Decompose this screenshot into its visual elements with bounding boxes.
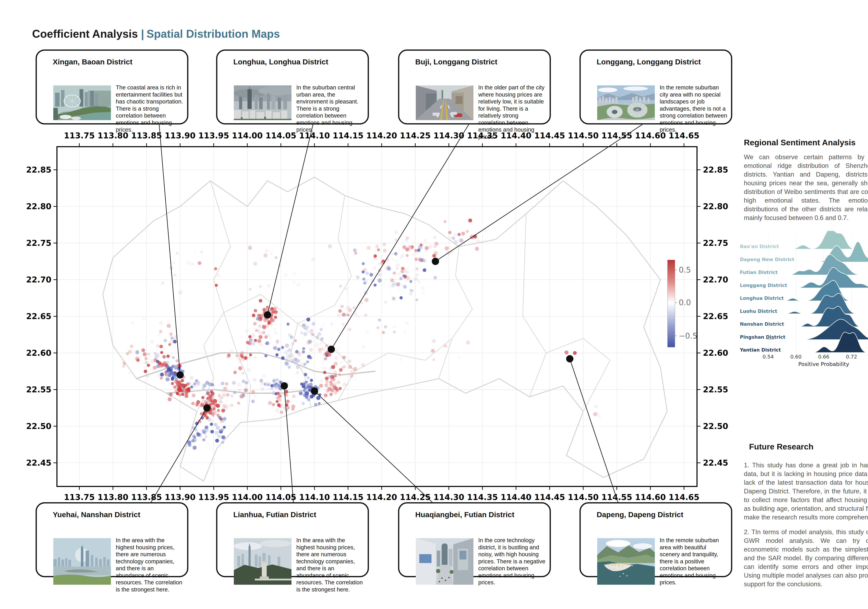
scatter-point (276, 392, 280, 395)
scatter-point (343, 383, 347, 387)
callout-text: In the remote suburban area with beautif… (660, 537, 727, 586)
y-tick-left: 22.70 (26, 275, 51, 284)
scatter-point (281, 346, 284, 349)
coefficient-scatter (122, 218, 601, 450)
scatter-point (311, 258, 315, 262)
scatter-point (161, 281, 164, 285)
scatter-point (247, 387, 251, 392)
scatter-point (338, 375, 342, 378)
scatter-point (210, 423, 213, 426)
svg-text:0.66: 0.66 (818, 354, 829, 360)
scatter-point (353, 249, 357, 252)
scatter-point (171, 377, 174, 380)
scatter-point (273, 346, 277, 350)
scatter-point (172, 356, 175, 359)
scatter-point (264, 335, 268, 339)
scatter-point (365, 330, 369, 334)
scatter-point (285, 394, 288, 397)
scatter-point (303, 332, 307, 336)
scatter-point (362, 262, 365, 265)
scatter-point (374, 254, 377, 258)
scatter-point (287, 323, 290, 326)
x-tick-bottom: 114.10 (299, 493, 330, 502)
scatter-point (364, 279, 368, 283)
ridge-label: Dapeng New District (740, 257, 794, 262)
scatter-point (338, 309, 342, 313)
scatter-point (439, 345, 443, 349)
scatter-point (389, 277, 392, 280)
scatter-point (231, 400, 234, 403)
scatter-point (259, 342, 263, 346)
y-tick-left: 22.60 (26, 348, 51, 358)
scatter-point (276, 378, 279, 381)
scatter-point (316, 336, 319, 339)
scatter-point (369, 349, 373, 352)
x-tick-bottom: 114.30 (434, 493, 464, 502)
scatter-point (377, 248, 380, 251)
scatter-point (341, 323, 345, 326)
scatter-point (300, 332, 303, 334)
scatter-point (178, 291, 182, 294)
svg-text:0.72: 0.72 (846, 354, 857, 360)
scatter-point (423, 259, 426, 263)
scatter-point (330, 381, 332, 383)
future-heading: Future Research (749, 442, 814, 451)
callout-title: Longgang, Longgang District (597, 57, 701, 66)
callout-title: Lianhua, Futian District (233, 510, 316, 519)
scatter-point (285, 361, 289, 366)
scatter-point (191, 402, 195, 405)
scatter-point (152, 365, 155, 368)
x-tick-bottom: 114.65 (668, 493, 699, 502)
callout-title: Yuehai, Nanshan District (53, 510, 140, 519)
scatter-point (262, 308, 266, 312)
scatter-point (330, 323, 333, 326)
scatter-point (317, 332, 321, 336)
y-tick-right: 22.80 (703, 202, 728, 211)
scatter-point (411, 289, 414, 292)
scatter-point (166, 320, 170, 324)
scatter-point (272, 378, 275, 381)
scatter-point (217, 394, 221, 397)
scatter-point (139, 355, 142, 358)
scatter-point (170, 340, 174, 344)
scatter-point (270, 252, 273, 255)
scatter-point (175, 360, 178, 362)
ridge-xlabel: Positive Probability (798, 361, 849, 367)
scatter-point (240, 365, 244, 369)
scatter-point (405, 322, 409, 325)
scatter-point (343, 365, 346, 368)
scatter-point (434, 276, 437, 279)
scatter-point (307, 377, 310, 379)
scatter-point (393, 271, 396, 275)
scatter-point (339, 285, 342, 288)
scatter-point (302, 347, 305, 350)
scatter-point (131, 322, 134, 325)
scatter-point (417, 249, 420, 252)
svg-text:0.60: 0.60 (790, 354, 802, 360)
scatter-point (195, 403, 199, 406)
scatter-point (388, 290, 391, 293)
scatter-point (259, 285, 262, 288)
scatter-point (258, 324, 262, 328)
map-marker-huaqiangbei (311, 387, 318, 395)
scatter-point (306, 318, 310, 321)
scatter-point (260, 333, 262, 336)
scatter-point (333, 382, 336, 386)
scatter-point (431, 349, 435, 353)
scatter-point (354, 312, 358, 316)
scatter-point (290, 335, 293, 339)
scatter-point (347, 294, 349, 296)
scatter-point (188, 382, 191, 385)
scatter-point (122, 365, 125, 368)
scatter-point (354, 252, 357, 254)
scatter-point (130, 345, 133, 348)
scatter-point (375, 245, 379, 248)
scatter-point (406, 254, 408, 257)
scatter-point (466, 230, 469, 233)
scatter-point (377, 326, 380, 329)
scatter-point (294, 358, 298, 361)
scatter-point (262, 374, 266, 378)
scatter-point (159, 330, 162, 333)
scatter-point (223, 387, 226, 391)
scatter-point (339, 305, 342, 308)
